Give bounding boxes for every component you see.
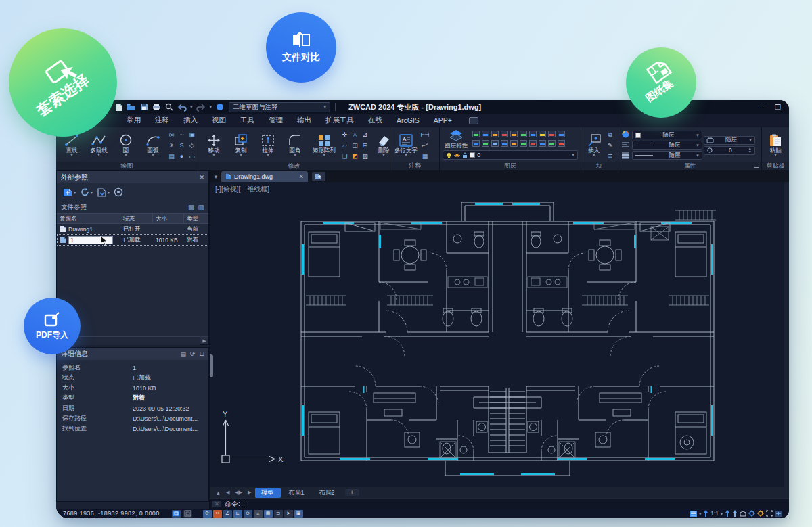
palette-splitter-handle[interactable] (210, 354, 213, 377)
copy-button[interactable]: 复制▾ (227, 133, 254, 157)
line-button[interactable]: 直线▾ (58, 133, 85, 157)
status-toggles[interactable]: ⟳∷∠⊾⊙≡▦⊐➤▣ (203, 510, 303, 518)
tab-annotate[interactable]: 注释 (155, 116, 169, 125)
details-refresh-icon[interactable]: ⟳ (190, 350, 196, 357)
command-line[interactable]: ✕ 命令: (210, 498, 789, 509)
property-icons (622, 131, 629, 160)
arc-button[interactable]: 圆弧▾ (139, 133, 166, 157)
canvas-vscrollbar[interactable] (784, 182, 789, 487)
detail-row: 日期2023-09-05 12:20:32 (57, 403, 208, 413)
cloud-icon[interactable] (216, 103, 224, 111)
tab-home[interactable]: 常用 (127, 116, 141, 125)
refresh-button[interactable]: ▾ (78, 186, 94, 198)
viewport-controls[interactable]: [-][俯视][二维线框] (215, 185, 269, 194)
new-document-button[interactable] (312, 172, 325, 181)
command-prompt: 命令: (225, 499, 240, 509)
preview-icon[interactable] (165, 103, 173, 111)
paste-button[interactable]: 粘贴▾ (764, 133, 787, 157)
layer-tool-icons[interactable] (471, 129, 566, 148)
help-circle-button[interactable] (112, 186, 125, 198)
circle-button[interactable]: 圆▾ (112, 133, 139, 157)
zwcad-window: ▾ ▾ 二维草图与注释 ▾ ZWCAD 2024 专业版 - [Drawing1… (56, 100, 789, 518)
tab-arcgis[interactable]: ArcGIS (397, 116, 420, 124)
layout-prev2-icon[interactable]: ◀▶ (233, 490, 244, 495)
badge-lasso-select: 套索选择 (9, 28, 117, 137)
new-file-icon[interactable] (114, 103, 122, 112)
tab-layout1[interactable]: 布局1 (282, 488, 311, 498)
array-button[interactable]: 矩形阵列▾ (309, 133, 340, 157)
xref-row-selected[interactable]: 已加载 1010 KB 附着 (57, 234, 208, 246)
color-select[interactable]: 随层▾ (632, 131, 702, 139)
status-right-icons[interactable]: ▾ 1:1 ▾ (690, 510, 782, 517)
xref-table-header[interactable]: 参照名 状态 大小 类型 (57, 213, 208, 224)
detail-row: 大小1010 KB (57, 383, 208, 393)
draw-extra-icons[interactable]: ◎∼▣ ✳S◇ ▤●▭ (166, 129, 197, 162)
tab-layout2[interactable]: 布局2 (313, 488, 342, 498)
layout-prev-icon[interactable]: ◀ (224, 490, 231, 495)
tab-insert[interactable]: 插入 (183, 116, 198, 125)
transparency-spinner[interactable]: 0▲▼ (704, 146, 755, 155)
panel-block: 插入▾ ⧉✎≣ 块 (581, 127, 618, 170)
ribbon-minimize-icon[interactable] (469, 117, 478, 124)
redo-dropdown-icon[interactable]: ▾ (210, 104, 212, 110)
xref-hscrollbar[interactable]: ◀▶ (57, 336, 208, 344)
doc-tab-menu-icon[interactable]: ▼ (213, 174, 219, 180)
tab-online[interactable]: 在线 (368, 116, 382, 125)
xref-palette-title: 外部参照 (61, 173, 88, 182)
move-button[interactable]: 移动▾ (200, 133, 227, 157)
tab-express-tools[interactable]: 扩展工具 (325, 116, 354, 125)
layout-first-icon[interactable]: ▲ (214, 490, 223, 495)
modify-extra-icons[interactable]: ✛◬⊿ ▱◫⊞ ❏◩▨ (340, 129, 370, 162)
tab-model[interactable]: 模型 (255, 488, 281, 498)
fillet-button[interactable]: 圆角▾ (281, 133, 309, 157)
transparency-select[interactable]: 随层▾ (704, 136, 755, 145)
mtext-button[interactable]: A 多行文字▾ (392, 133, 420, 157)
undo-dropdown-icon[interactable]: ▾ (190, 104, 193, 110)
properties-launcher-icon[interactable] (754, 163, 759, 168)
details-save-icon[interactable]: ▤ (180, 350, 186, 357)
lineweight-select[interactable]: 随层▾ (632, 151, 702, 160)
tab-view[interactable]: 视图 (212, 116, 226, 125)
doc-tab-close-icon[interactable]: ✕ (298, 173, 304, 180)
open-folder-icon[interactable] (127, 103, 136, 111)
model-space-icon[interactable] (172, 510, 181, 518)
maximize-button[interactable]: ❐ (775, 104, 781, 111)
xref-close-icon[interactable]: ✕ (199, 174, 204, 181)
paper-space-icon[interactable] (183, 510, 192, 518)
linetype-select[interactable]: 随层▾ (632, 141, 702, 150)
save-icon[interactable] (140, 103, 148, 111)
add-layout-icon[interactable]: + (345, 489, 359, 496)
detail-row: 保存路径D:\Users\...\Document... (57, 413, 208, 423)
redo-icon[interactable] (197, 104, 206, 111)
panel-properties: 随层▾ 随层▾ 随层▾ 随层▾ 0▲▼ 属性 (618, 127, 762, 170)
layer-properties-button[interactable]: 图层特性 (441, 129, 471, 149)
workspace-select[interactable]: 二维草图与注释 ▾ (229, 102, 330, 112)
xref-row-drawing1[interactable]: Drawing1 已打开 当前 (57, 224, 208, 234)
block-extra-icons[interactable]: ⧉✎≣ (605, 129, 616, 162)
polyline-button[interactable]: 多段线▾ (85, 133, 112, 157)
panel-clipboard-label: 剪贴板 (762, 162, 789, 170)
tab-output[interactable]: 输出 (297, 116, 311, 125)
tree-view-icon[interactable]: ▥ (198, 204, 204, 211)
tab-tools[interactable]: 工具 (240, 116, 254, 125)
stretch-button[interactable]: 拉伸▾ (254, 133, 281, 157)
command-close-icon[interactable]: ✕ (212, 501, 221, 507)
undo-icon[interactable] (177, 104, 186, 111)
detail-row: 状态已加载 (57, 373, 208, 383)
insert-block-button[interactable]: 插入▾ (583, 133, 605, 157)
details-collapse-icon[interactable]: ⊟ (199, 350, 204, 357)
attach-file-button[interactable]: ▾ (95, 186, 111, 198)
drawing-canvas[interactable]: [-][俯视][二维线框] (210, 182, 789, 487)
minimize-button[interactable]: — (759, 104, 765, 111)
list-view-icon[interactable]: ▤ (188, 204, 194, 211)
layer-select[interactable]: 0 ▾ (443, 150, 577, 160)
document-tab-bar: ▼ Drawing1.dwg ✕ (210, 170, 789, 182)
annotate-extra-icons[interactable]: Ⱶ⊣⌐°▦ (420, 129, 430, 162)
panel-block-label: 块 (581, 162, 618, 170)
document-tab[interactable]: Drawing1.dwg ✕ (221, 171, 308, 182)
plot-icon[interactable] (152, 103, 161, 111)
layout-next-icon[interactable]: ▶ (246, 490, 253, 495)
tab-app-plus[interactable]: APP+ (434, 116, 452, 124)
tab-manage[interactable]: 管理 (269, 116, 283, 125)
attach-dwg-button[interactable]: ▾ (61, 186, 77, 198)
